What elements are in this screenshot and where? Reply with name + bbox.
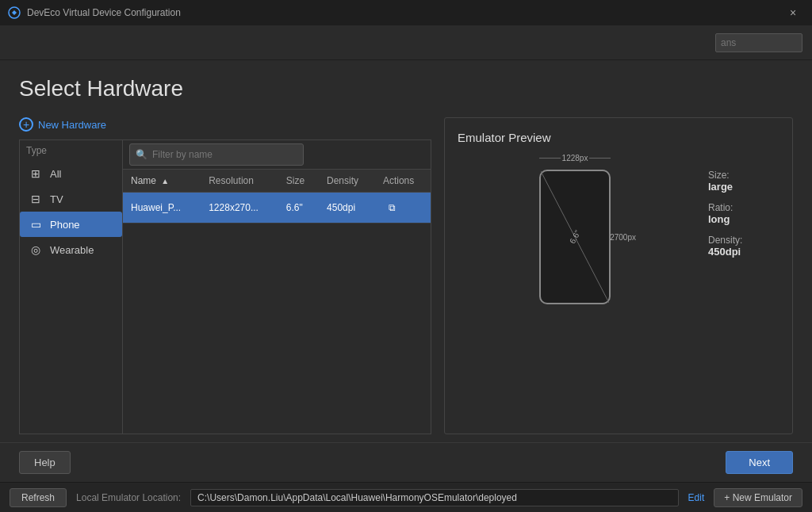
cell-density: 450dpi [319,193,375,224]
title-bar: DevEco Virtual Device Configuration × [0,0,812,25]
plus-circle-icon: + [19,117,33,132]
close-button[interactable]: × [782,2,804,24]
sidebar-item-wearable[interactable]: ◎ Wearable [20,237,122,262]
footer-location-label: Local Emulator Location: [76,492,181,503]
preview-specs: Size: large Ratio: long Density: 450dpi [708,154,779,258]
sidebar-item-wearable-label: Wearable [50,244,94,256]
sidebar-item-all[interactable]: ⊞ All [20,161,122,186]
col-name[interactable]: Name ▲ [123,170,201,193]
table-area: 🔍 Name ▲ [122,139,431,434]
filter-row: 🔍 [123,140,431,170]
wearable-icon: ◎ [28,243,44,256]
new-hardware-button[interactable]: + New Hardware [19,117,431,132]
type-sidebar-label: Type [20,140,122,161]
title-bar-text: DevEco Virtual Device Configuration [27,7,181,18]
col-size[interactable]: Size [278,170,319,193]
search-icon: 🔍 [136,149,147,160]
preview-content: 1228px 6.6" 2700px [458,154,779,421]
top-search-input[interactable] [715,33,802,52]
spec-size-value: large [708,181,779,193]
device-outline: 6.6" [539,170,611,304]
sidebar-item-phone-label: Phone [50,219,80,231]
spec-density-label: Density: [708,235,779,246]
page-title: Select Hardware [19,76,793,101]
help-button[interactable]: Help [19,451,71,474]
new-emulator-button[interactable]: + New Emulator [714,488,802,507]
device-width-label: 1228px [539,154,611,162]
edit-button[interactable]: Edit [688,492,705,503]
footer-path-input[interactable] [190,489,679,506]
bottom-bar: Help Next [0,442,812,482]
col-density[interactable]: Density [319,170,375,193]
spec-size: Size: large [708,170,779,193]
spec-ratio: Ratio: long [708,202,779,225]
top-bar [0,25,812,60]
filter-input[interactable] [129,143,304,166]
sidebar-item-phone[interactable]: ▭ Phone [20,212,122,237]
sidebar-item-tv[interactable]: ⊟ TV [20,186,122,212]
all-icon: ⊞ [28,167,44,180]
refresh-button[interactable]: Refresh [10,488,67,507]
device-frame-container: 1228px 6.6" 2700px [539,170,611,304]
cell-name: Huawei_P... [123,193,201,224]
cell-size: 6.6" [278,193,319,224]
phone-icon: ▭ [28,218,44,231]
copy-action-icon[interactable]: ⧉ [383,198,402,217]
table-row[interactable]: Huawei_P... 1228x270... 6.6" 450dpi ⧉ [123,193,431,224]
preview-panel: Emulator Preview 1228px [444,117,793,434]
preview-device: 1228px 6.6" 2700px [458,154,692,304]
sidebar-item-tv-label: TV [50,193,63,205]
hardware-panel: + New Hardware Type ⊞ All ⊟ TV [19,117,793,434]
table-header-row: Name ▲ Resolution Size Density Actions [123,170,431,193]
spec-density: Density: 450dpi [708,235,779,258]
new-hardware-label: New Hardware [38,119,106,131]
preview-title: Emulator Preview [458,131,779,144]
cell-resolution: 1228x270... [201,193,278,224]
left-panel: + New Hardware Type ⊞ All ⊟ TV [19,117,431,434]
type-sidebar: Type ⊞ All ⊟ TV ▭ Phone [19,139,122,434]
next-button[interactable]: Next [726,451,793,474]
spec-density-value: 450dpi [708,246,779,258]
col-resolution[interactable]: Resolution [201,170,278,193]
sidebar-item-all-label: All [50,168,61,180]
sort-arrow-icon: ▲ [161,177,169,185]
filter-input-wrap: 🔍 [129,143,424,166]
cell-actions: ⧉ [375,193,431,224]
content-area: Select Hardware + New Hardware Type ⊞ [0,60,812,442]
spec-size-label: Size: [708,170,779,181]
col-actions: Actions [375,170,431,193]
app-logo [8,6,21,19]
title-bar-left: DevEco Virtual Device Configuration [8,6,181,19]
device-height-label: 2700px [610,170,636,304]
filter-and-table-row: Type ⊞ All ⊟ TV ▭ Phone [19,139,431,434]
spec-ratio-value: long [708,213,779,225]
tv-icon: ⊟ [28,193,44,205]
spec-ratio-label: Ratio: [708,202,779,213]
footer-bar: Refresh Local Emulator Location: Edit + … [0,482,812,512]
hardware-table: Name ▲ Resolution Size Density Actions [123,170,431,224]
